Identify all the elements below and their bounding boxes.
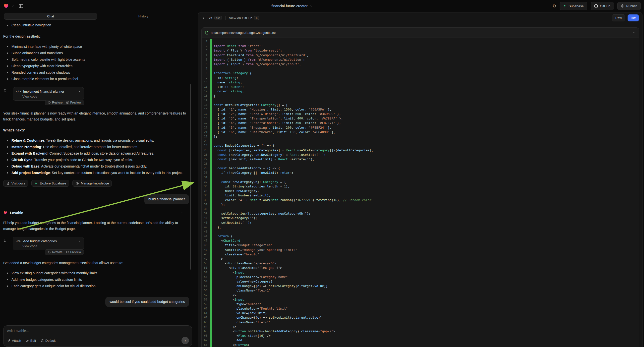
fold-caret-icon[interactable]: ▾ [202,103,202,107]
view-code-link[interactable]: View code [16,244,81,248]
docs-icon [6,182,10,185]
line-number: 20 [202,126,208,130]
restore-button[interactable]: Restore [48,101,62,104]
line-number: 2 [202,44,208,48]
list-item: Clean typography with clear hierarchies [3,63,189,69]
line-number: 44▾ [202,234,208,238]
line-number: 61 [202,311,208,316]
publish-button[interactable]: Publish [617,2,641,10]
list-item: Each category gets a unique color for vi… [3,283,189,289]
button-manage-knowledge[interactable]: Manage knowledge [72,180,112,187]
chat-messages: Clean, intuitive navigationFor the desig… [0,22,198,324]
fold-caret-icon[interactable]: ▾ [202,144,202,148]
lovable-avatar [3,211,8,215]
divider [225,16,226,20]
sidebar-toggle-icon[interactable] [19,4,24,8]
lovable-logo-icon[interactable] [3,4,9,9]
list-item: Expand with Backend: Connect Supabase to… [3,150,189,156]
button-visit-docs[interactable]: Visit docs [3,180,28,187]
exit-button[interactable]: Exit esc [202,16,222,20]
edit-button[interactable]: Edit [26,339,36,342]
code-line: 67 Add [202,338,639,342]
line-number: 1 [202,39,208,44]
code-line: 1 [202,39,639,44]
raw-button[interactable]: Raw [612,14,625,22]
file-header[interactable]: src/components/budget/BudgetCategories.t… [202,28,639,38]
chevron-right-icon [78,90,81,93]
line-number: 9 [202,76,208,80]
line-number: 59 [202,302,208,306]
line-number: 29▾ [202,166,208,170]
send-button[interactable]: ↑ [182,337,189,344]
message-options-button[interactable] [181,211,185,215]
chat-scrollbar[interactable] [190,84,191,270]
line-number: 27 [202,157,208,162]
settings-gear-icon[interactable]: ⚙ [552,4,556,8]
line-number: 63 [202,320,208,324]
tab-history[interactable]: History [97,13,190,20]
line-number: 38 [202,207,208,211]
code-line: 47 subtitle="Manage your spending limits… [202,248,639,252]
list-item: Add project knowledge: Set key context o… [3,170,189,176]
list-item: Master Prompting: Use clear, detailed, a… [3,144,189,150]
code-line: 5import { Button } from '@/components/ui… [202,58,639,62]
line-number: 42 [202,225,208,230]
code-line: 22]; [202,134,639,139]
chat-input[interactable] [7,329,188,333]
globe-icon [621,4,624,8]
line-number: 57 [202,293,208,298]
action-card[interactable]: </>Add budget categoriesView code [13,237,84,250]
mode-select[interactable]: Default [40,339,56,342]
list-item: Debug with Ease: Activate our experiment… [3,163,189,170]
assistant-action-row: </>Implement financial plannerView codeR… [3,87,189,105]
preview-icon [66,101,69,104]
list-item: Glass-morphic elements for a premium fee… [3,76,189,82]
attach-button[interactable]: Attach [7,339,21,342]
view-on-github-button[interactable]: View on GitHub 6 [229,16,259,20]
knowledge-icon [76,182,79,185]
line-number: 40 [202,216,208,220]
code-line: 65 <Button onClick={handleAddCategory} c… [202,329,639,334]
bullet-list: View existing budget categories with the… [3,270,189,289]
line-number: 60 [202,306,208,311]
view-code-link[interactable]: View code [16,94,81,98]
code-line: 8▾interface Category { [202,71,639,76]
preview-button[interactable]: Preview [66,250,81,254]
fold-caret-icon[interactable]: ▾ [202,234,202,238]
fold-caret-icon[interactable]: ▾ [202,180,202,184]
restore-icon [48,101,51,104]
line-number: 33 [202,184,208,189]
restore-button[interactable]: Restore [48,250,62,254]
line-number: 62 [202,316,208,320]
code-line: 63 className="flex-1" [202,320,639,324]
action-card[interactable]: </>Implement financial plannerView code [13,87,84,100]
fold-caret-icon[interactable]: ▾ [202,166,202,170]
line-number: 15▾ [202,103,208,107]
code-line: 13} [202,94,639,98]
workspace-chevron-icon[interactable] [12,5,14,8]
file-viewer: src/components/budget/BudgetCategories.t… [202,28,639,347]
code-line: 30 if (!newCategory || !newLimit) return… [202,170,639,175]
fold-caret-icon[interactable]: ▾ [202,71,202,76]
preview-button[interactable]: Preview [66,101,81,104]
line-number: 37 [202,202,208,207]
code-icon: </> [16,240,21,243]
code-panel: Exit esc View on GitHub 6 Raw Diff src/c… [198,12,642,347]
card-actions: RestorePreview [45,100,84,105]
composer: Attach Edit Default ↑ [3,325,192,347]
file-icon [205,30,208,34]
collapse-chevron-up-icon[interactable] [632,31,636,34]
button-explore-supabase[interactable]: Explore Supabase [31,180,69,187]
supabase-button[interactable]: Supabase [560,2,587,10]
tab-chat[interactable]: Chat [4,13,97,20]
chevron-right-icon [78,240,81,243]
code-content[interactable]: 12import React from 'react';3import { Pl… [202,38,639,347]
chat-paragraph: Your sleek financial planner is now read… [3,110,188,122]
list-item: Minimalist interface with plenty of whit… [3,43,189,50]
diff-button[interactable]: Diff [628,14,639,22]
chat-panel: ChatHistory Clean, intuitive navigationF… [0,12,198,347]
code-line: 16 { id: '1', name: 'Housing', limit: 15… [202,107,639,112]
github-button[interactable]: GitHub [591,2,614,10]
project-switcher[interactable]: financial-future-creator [271,0,312,12]
code-line: 68 </Button> [202,343,639,347]
